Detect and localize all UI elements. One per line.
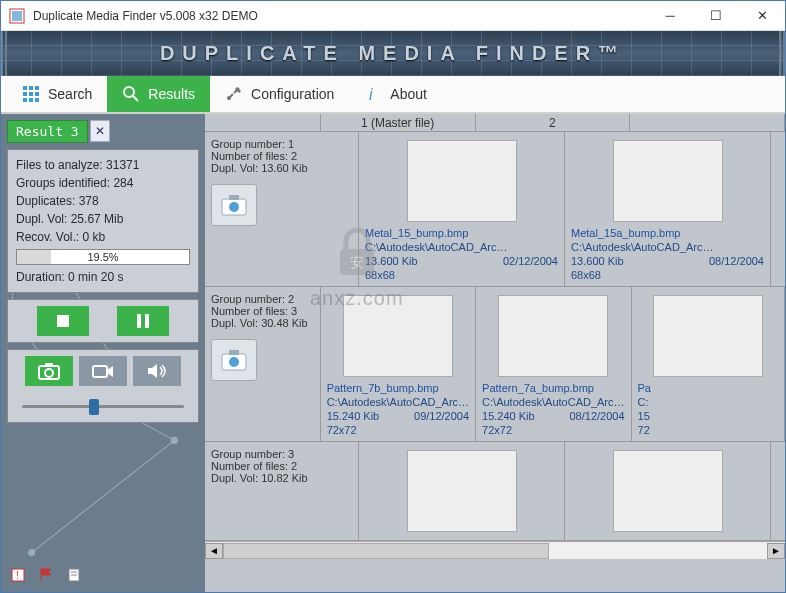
svg-rect-31 xyxy=(145,314,149,328)
svg-line-18 xyxy=(32,440,175,552)
file-meta: Pattern_7a_bump.bmpC:\Autodesk\AutoCAD_A… xyxy=(482,381,624,437)
svg-rect-45 xyxy=(229,350,239,355)
results-grid[interactable]: 1 (Master file) 2 Group number: 1Number … xyxy=(205,114,785,593)
app-icon xyxy=(9,8,25,24)
thumbnail xyxy=(407,450,517,532)
tab-about-label: About xyxy=(390,86,427,102)
result-cell[interactable] xyxy=(565,442,771,540)
result-tab[interactable]: Result 3 xyxy=(7,120,88,143)
result-tab-close[interactable]: ✕ xyxy=(90,120,110,142)
svg-rect-1 xyxy=(12,11,22,21)
stat-files: Files to analyze: 31371 xyxy=(16,156,190,174)
tab-search[interactable]: Search xyxy=(7,76,107,112)
stop-button[interactable] xyxy=(37,306,89,336)
svg-line-12 xyxy=(133,96,138,101)
filter-audio-button[interactable] xyxy=(133,356,181,386)
file-meta: PaC:1572 xyxy=(638,381,778,437)
alert-icon[interactable]: ! xyxy=(9,567,27,583)
magnifier-icon xyxy=(122,85,140,103)
svg-point-34 xyxy=(45,369,53,377)
svg-rect-7 xyxy=(35,92,39,96)
svg-rect-5 xyxy=(23,92,27,96)
group-info: Group number: 2Number of files: 3Dupl. V… xyxy=(205,287,321,441)
progress-percent: 19.5% xyxy=(17,250,189,264)
stat-dupl-vol: Dupl. Vol: 25.67 Mib xyxy=(16,210,190,228)
tab-configuration-label: Configuration xyxy=(251,86,334,102)
thumbnail xyxy=(343,295,453,377)
stat-duration: Duration: 0 min 20 s xyxy=(16,268,190,286)
progress-bar: 19.5% xyxy=(16,249,190,265)
brand-banner: DUPLICATE MEDIA FINDER™ xyxy=(1,31,785,76)
svg-rect-2 xyxy=(23,86,27,90)
svg-rect-4 xyxy=(35,86,39,90)
tab-results[interactable]: Results xyxy=(107,76,210,112)
thumbnail xyxy=(498,295,608,377)
flag-icon[interactable] xyxy=(37,567,55,583)
file-meta: Metal_15_bump.bmpC:\Autodesk\AutoCAD_Arc… xyxy=(365,226,558,282)
thumbnail xyxy=(613,140,723,222)
grid-header: 1 (Master file) 2 xyxy=(205,114,785,132)
doc-icon[interactable] xyxy=(65,567,83,583)
scroll-right-button[interactable]: ► xyxy=(767,543,785,559)
col-header-2: 2 xyxy=(476,114,631,132)
minimize-button[interactable]: ─ xyxy=(647,1,693,31)
svg-rect-3 xyxy=(29,86,33,90)
thumbnail xyxy=(653,295,763,377)
tab-results-label: Results xyxy=(148,86,195,102)
svg-rect-35 xyxy=(93,366,107,377)
thumbnail xyxy=(407,140,517,222)
tools-icon xyxy=(225,85,243,103)
close-button[interactable]: ✕ xyxy=(739,1,785,31)
svg-rect-8 xyxy=(23,98,27,102)
info-icon: i xyxy=(364,85,382,103)
search-grid-icon xyxy=(22,85,40,103)
col-header-1: 1 (Master file) xyxy=(321,114,476,132)
horizontal-scrollbar[interactable]: ◄ ► xyxy=(205,541,785,559)
result-cell[interactable]: PaC:1572 xyxy=(632,287,785,441)
group-row: Group number: 3Number of files: 2Dupl. V… xyxy=(205,442,785,541)
scroll-left-button[interactable]: ◄ xyxy=(205,543,223,559)
thumbnail xyxy=(613,450,723,532)
svg-rect-9 xyxy=(29,98,33,102)
group-row: Group number: 2Number of files: 3Dupl. V… xyxy=(205,287,785,442)
svg-rect-42 xyxy=(229,195,239,200)
pause-button[interactable] xyxy=(117,306,169,336)
threshold-slider[interactable] xyxy=(14,396,192,416)
tab-configuration[interactable]: Configuration xyxy=(210,76,349,112)
filter-photo-button[interactable] xyxy=(25,356,73,386)
svg-rect-6 xyxy=(29,92,33,96)
result-cell[interactable] xyxy=(359,442,565,540)
camera-icon xyxy=(211,184,257,226)
window-titlebar: Duplicate Media Finder v5.008 x32 DEMO ─… xyxy=(1,1,785,31)
stat-duplicates: Duplicates: 378 xyxy=(16,192,190,210)
window-title: Duplicate Media Finder v5.008 x32 DEMO xyxy=(33,9,647,23)
media-filter-panel xyxy=(7,349,199,423)
stats-panel: Files to analyze: 31371 Groups identifie… xyxy=(7,149,199,293)
result-cell[interactable]: Metal_15a_bump.bmpC:\Autodesk\AutoCAD_Ar… xyxy=(565,132,771,286)
side-panel: Result 3 ✕ Files to analyze: 31371 Group… xyxy=(1,114,205,593)
group-info: Group number: 3Number of files: 2Dupl. V… xyxy=(205,442,359,540)
svg-point-25 xyxy=(171,437,177,443)
result-cell[interactable]: Pattern_7a_bump.bmpC:\Autodesk\AutoCAD_A… xyxy=(476,287,631,441)
svg-rect-30 xyxy=(137,314,141,328)
group-row: Group number: 1Number of files: 2Dupl. V… xyxy=(205,132,785,287)
svg-text:i: i xyxy=(369,86,373,103)
svg-rect-10 xyxy=(35,98,39,102)
svg-text:!: ! xyxy=(16,570,19,581)
maximize-button[interactable]: ☐ xyxy=(693,1,739,31)
playback-controls xyxy=(7,299,199,343)
filter-video-button[interactable] xyxy=(79,356,127,386)
result-cell[interactable]: Pattern_7b_bump.bmpC:\Autodesk\AutoCAD_A… xyxy=(321,287,476,441)
svg-rect-33 xyxy=(45,363,53,367)
file-meta: Metal_15a_bump.bmpC:\Autodesk\AutoCAD_Ar… xyxy=(571,226,764,282)
svg-point-26 xyxy=(29,550,35,556)
main-tabs: Search Results Configuration i About xyxy=(1,76,785,114)
svg-point-43 xyxy=(229,202,239,212)
tab-about[interactable]: i About xyxy=(349,76,442,112)
svg-point-13 xyxy=(227,96,231,100)
svg-point-46 xyxy=(229,357,239,367)
result-cell[interactable]: Metal_15_bump.bmpC:\Autodesk\AutoCAD_Arc… xyxy=(359,132,565,286)
camera-icon xyxy=(211,339,257,381)
stat-recov-vol: Recov. Vol.: 0 kb xyxy=(16,228,190,246)
svg-point-11 xyxy=(124,87,134,97)
